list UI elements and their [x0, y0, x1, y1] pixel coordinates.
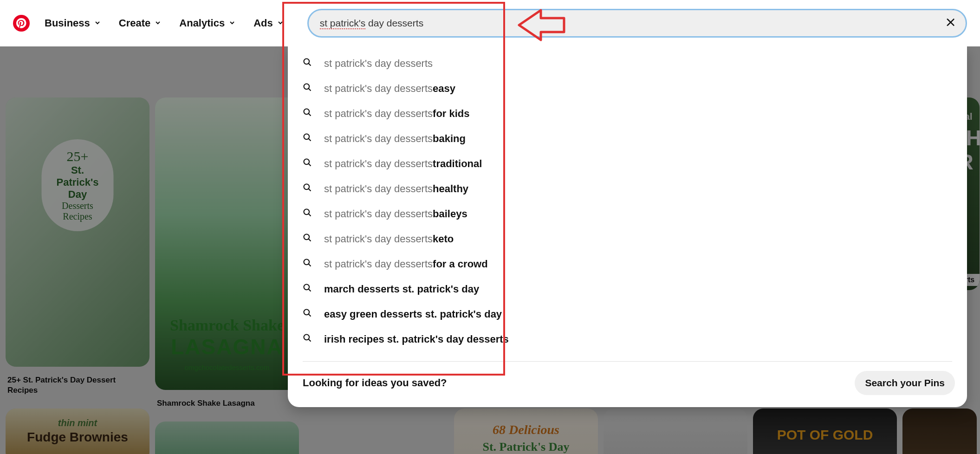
svg-line-19: [309, 289, 311, 292]
suggestion-prefix: st patrick's day desserts: [324, 158, 433, 170]
suggestion-item[interactable]: st patrick's day desserts: [288, 51, 967, 76]
svg-point-16: [304, 259, 310, 265]
suggestion-item[interactable]: irish recipes st. patrick's day desserts: [288, 327, 967, 352]
suggestion-suffix: easy: [433, 83, 455, 95]
suggestion-suffix: keto: [433, 233, 454, 245]
svg-point-14: [304, 234, 310, 240]
search-suggestions-dropdown: st patrick's day dessertsst patrick's da…: [288, 46, 967, 407]
nav-create[interactable]: Create: [116, 13, 164, 34]
svg-point-0: [304, 59, 310, 65]
nav-business-label: Business: [45, 17, 90, 29]
svg-point-18: [304, 285, 310, 290]
suggestion-suffix: baking: [433, 133, 466, 145]
suggestion-item[interactable]: st patrick's day desserts for kids: [288, 101, 967, 126]
close-icon: [945, 16, 957, 28]
suggestion-suffix: healthy: [433, 183, 468, 195]
pinterest-logo[interactable]: [13, 15, 30, 32]
search-icon: [303, 233, 312, 245]
search-icon: [303, 258, 312, 270]
suggestion-item[interactable]: march desserts st. patrick's day: [288, 277, 967, 302]
search-icon: [303, 208, 312, 220]
search-wrap: st patrick's day desserts: [307, 9, 967, 38]
svg-point-20: [304, 310, 310, 315]
svg-line-7: [309, 139, 311, 141]
suggestion-item[interactable]: st patrick's day desserts for a crowd: [288, 252, 967, 277]
nav-analytics-label: Analytics: [179, 17, 225, 29]
chevron-down-icon: [228, 17, 236, 29]
suggestion-prefix: st patrick's day desserts: [324, 233, 433, 245]
search-query-underlined: st patrick's: [320, 18, 366, 29]
svg-point-6: [304, 134, 310, 140]
nav-business[interactable]: Business: [42, 13, 104, 34]
suggestion-suffix: for a crowd: [433, 258, 488, 270]
svg-point-2: [304, 84, 310, 90]
chevron-down-icon: [154, 17, 162, 29]
pinterest-icon: [16, 18, 26, 28]
svg-line-9: [309, 164, 311, 166]
search-icon: [303, 183, 312, 195]
suggestion-prefix: st patrick's day desserts: [324, 183, 433, 195]
divider: [303, 361, 952, 362]
dropdown-footer: Looking for ideas you saved? Search your…: [288, 371, 967, 395]
svg-line-5: [309, 114, 311, 116]
search-input[interactable]: st patrick's day desserts: [320, 18, 938, 29]
suggestion-item[interactable]: st patrick's day desserts baileys: [288, 201, 967, 227]
search-bar[interactable]: st patrick's day desserts: [307, 9, 967, 38]
suggestion-item[interactable]: st patrick's day desserts healthy: [288, 176, 967, 201]
svg-line-15: [309, 239, 311, 241]
search-icon: [303, 158, 312, 170]
chevron-down-icon: [94, 17, 101, 29]
svg-line-17: [309, 264, 311, 266]
footer-label: Looking for ideas you saved?: [303, 377, 447, 389]
suggestion-item[interactable]: easy green desserts st. patrick's day: [288, 302, 967, 327]
search-your-pins-button[interactable]: Search your Pins: [855, 371, 955, 395]
suggestion-prefix: st patrick's day desserts: [324, 258, 433, 270]
top-header: Business Create Analytics Ads st patrick…: [0, 0, 980, 46]
suggestion-suffix: for kids: [433, 108, 469, 120]
suggestion-item[interactable]: st patrick's day desserts traditional: [288, 151, 967, 176]
suggestion-prefix: st patrick's day desserts: [324, 208, 433, 220]
svg-point-4: [304, 109, 310, 115]
svg-line-3: [309, 89, 311, 91]
svg-line-23: [309, 339, 311, 342]
nav-ads-label: Ads: [253, 17, 273, 29]
svg-line-11: [309, 189, 311, 191]
suggestion-text: irish recipes st. patrick's day desserts: [324, 333, 509, 345]
search-icon: [303, 58, 312, 70]
svg-point-22: [304, 335, 310, 340]
search-icon: [303, 83, 312, 95]
chevron-down-icon: [277, 17, 284, 29]
search-query-rest: day desserts: [365, 18, 423, 28]
search-icon: [303, 283, 312, 295]
clear-search-button[interactable]: [945, 16, 957, 30]
suggestion-prefix: st patrick's day desserts: [324, 108, 433, 120]
svg-line-1: [309, 64, 311, 66]
suggestion-suffix: traditional: [433, 158, 482, 170]
svg-point-10: [304, 184, 310, 190]
search-icon: [303, 108, 312, 120]
nav-create-label: Create: [119, 17, 150, 29]
suggestion-item[interactable]: st patrick's day desserts keto: [288, 227, 967, 252]
svg-point-8: [304, 159, 310, 165]
nav-analytics[interactable]: Analytics: [176, 13, 239, 34]
suggestion-text: march desserts st. patrick's day: [324, 283, 479, 295]
svg-point-12: [304, 209, 310, 215]
suggestion-item[interactable]: st patrick's day desserts baking: [288, 126, 967, 151]
suggestion-suffix: baileys: [433, 208, 467, 220]
search-icon: [303, 333, 312, 345]
svg-line-21: [309, 314, 311, 317]
search-icon: [303, 308, 312, 320]
suggestion-prefix: st patrick's day desserts: [324, 83, 433, 95]
suggestion-text: easy green desserts st. patrick's day: [324, 308, 502, 320]
suggestion-item[interactable]: st patrick's day desserts easy: [288, 76, 967, 101]
svg-line-13: [309, 214, 311, 216]
suggestion-prefix: st patrick's day desserts: [324, 133, 433, 145]
suggestion-list: st patrick's day dessertsst patrick's da…: [288, 46, 967, 358]
nav-ads[interactable]: Ads: [251, 13, 287, 34]
search-icon: [303, 133, 312, 145]
suggestion-prefix: st patrick's day desserts: [324, 58, 433, 70]
